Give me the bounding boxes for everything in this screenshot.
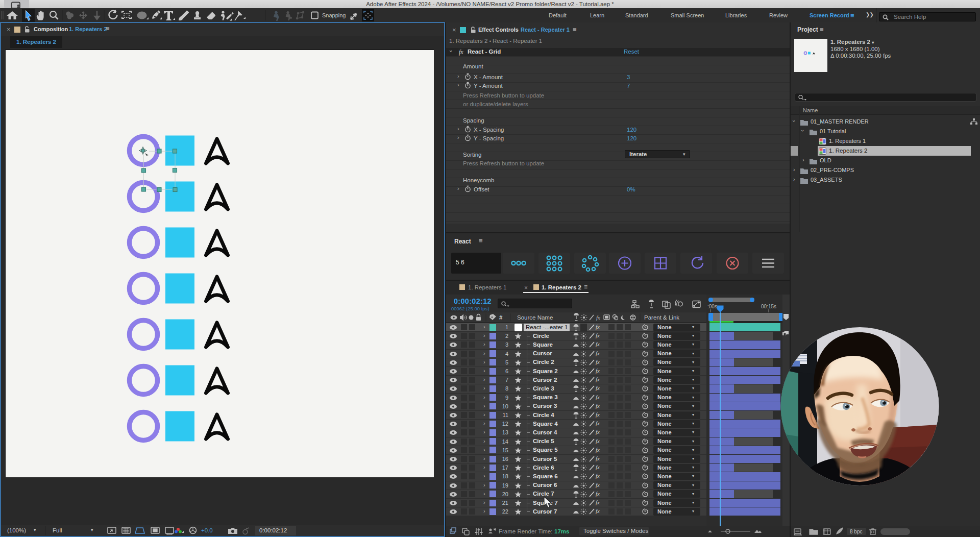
svg-text:Parent & Link: Parent & Link: [644, 314, 679, 321]
svg-text:8 bpc: 8 bpc: [850, 529, 862, 534]
svg-text:#: #: [499, 314, 503, 321]
svg-text:fx: fx: [596, 314, 600, 321]
svg-text:Source Name: Source Name: [517, 314, 553, 321]
